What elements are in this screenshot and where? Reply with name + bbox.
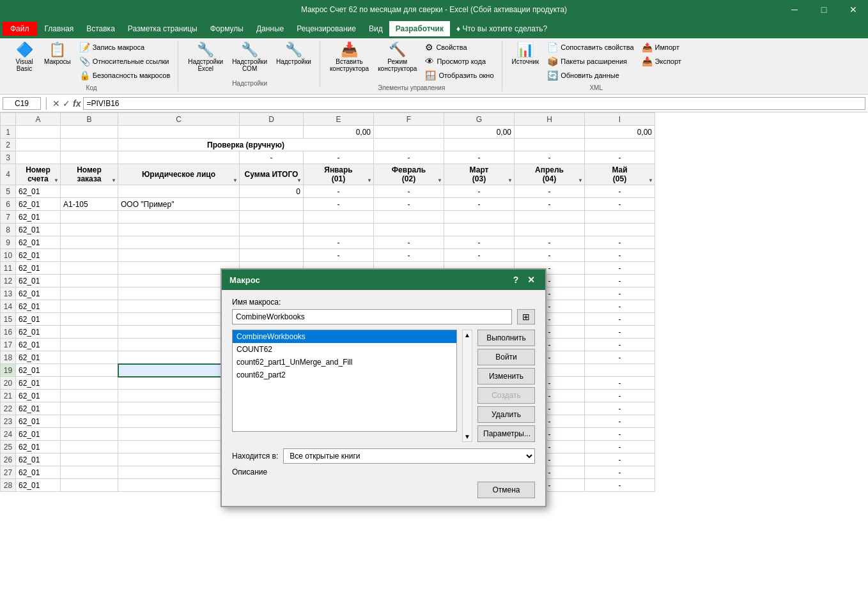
macro-browse-button[interactable]: ⊞ [517, 309, 535, 324]
macro-item-count62[interactable]: COUNT62 [233, 343, 456, 356]
edit-macro-button[interactable]: Изменить [477, 368, 535, 385]
dialog-body: Имя макроса: ⊞ CombineWorkbooks COUNT62 … [222, 290, 545, 506]
dialog-title-bar: Макрос ? ✕ [222, 270, 545, 290]
macro-dialog: Макрос ? ✕ Имя макроса: ⊞ CombineWorkboo… [221, 268, 546, 507]
modal-overlay: Макрос ? ✕ Имя макроса: ⊞ CombineWorkboo… [0, 0, 868, 508]
dialog-help-button[interactable]: ? [509, 273, 522, 286]
delete-macro-button[interactable]: Удалить [477, 406, 535, 423]
macro-item-count62-part1[interactable]: count62_part1_UnMerge_and_Fill [233, 356, 456, 369]
step-into-button[interactable]: Войти [477, 349, 535, 365]
dialog-content-area: CombineWorkbooks COUNT62 count62_part1_U… [232, 330, 535, 442]
scroll-down-button[interactable]: ▼ [463, 432, 472, 441]
dialog-close-button[interactable]: ✕ [525, 273, 538, 286]
dialog-title: Макрос [229, 275, 260, 285]
run-macro-button[interactable]: Выполнить [477, 330, 535, 346]
dialog-bottom: Находится в: Все открытые книги Описание… [232, 448, 535, 498]
location-label: Находится в: [232, 452, 278, 461]
location-row: Находится в: Все открытые книги [232, 448, 535, 464]
macro-list-scrollbar[interactable]: ▲ ▼ [462, 330, 472, 442]
cancel-row: Отмена [232, 482, 535, 498]
macro-name-input[interactable] [232, 309, 512, 324]
cancel-button[interactable]: Отмена [477, 482, 535, 498]
scroll-track [463, 340, 472, 432]
macro-name-label: Имя макроса: [232, 298, 535, 307]
create-macro-button[interactable]: Создать [477, 387, 535, 404]
options-macro-button[interactable]: Параметры... [477, 425, 535, 442]
macro-item-count62-part2[interactable]: count62_part2 [233, 369, 456, 381]
macro-item-combine[interactable]: CombineWorkbooks [233, 330, 456, 343]
location-select[interactable]: Все открытые книги [283, 448, 535, 464]
dialog-buttons: Выполнить Войти Изменить Создать Удалить… [477, 330, 535, 442]
description-label: Описание [232, 468, 535, 477]
dialog-title-controls: ? ✕ [509, 273, 538, 286]
macro-list[interactable]: CombineWorkbooks COUNT62 count62_part1_U… [232, 330, 457, 432]
scroll-up-button[interactable]: ▲ [463, 330, 472, 340]
dialog-name-row: ⊞ [232, 309, 535, 324]
